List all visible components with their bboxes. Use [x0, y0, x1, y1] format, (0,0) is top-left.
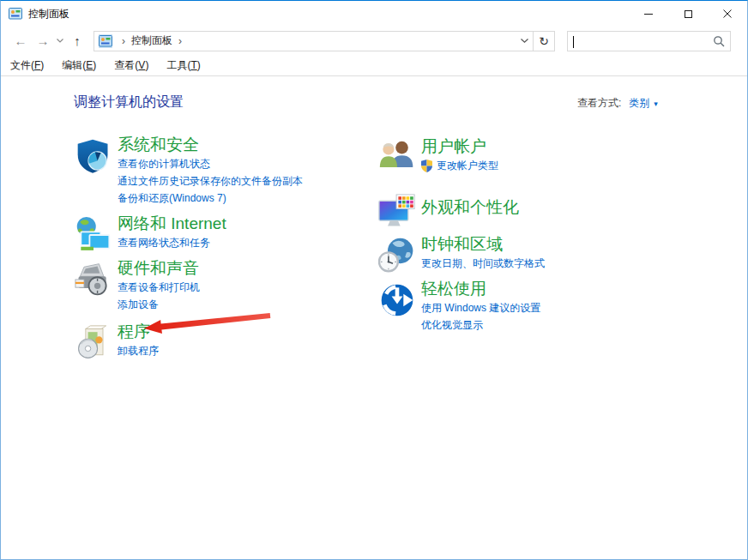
dropdown-arrow-icon[interactable]: ▾: [654, 99, 658, 108]
link-optimize-visual-display[interactable]: 优化视觉显示: [421, 316, 540, 334]
category-network-internet: 网络和 Internet 查看网络状态和任务: [75, 214, 226, 255]
refresh-button[interactable]: ↻: [533, 32, 554, 51]
close-icon: [723, 9, 732, 18]
link-file-history-backup[interactable]: 通过文件历史记录保存你的文件备份副本: [118, 172, 303, 190]
ease-of-access-icon[interactable]: [378, 280, 416, 320]
category-title-appearance[interactable]: 外观和个性化: [421, 197, 519, 218]
chevron-down-icon: [521, 39, 528, 43]
category-user-accounts: 用户帐户 更改帐户类型: [378, 136, 498, 178]
recent-pages-button[interactable]: [54, 39, 66, 43]
view-by-dropdown[interactable]: 类别: [629, 96, 649, 111]
back-button[interactable]: ←: [9, 33, 32, 48]
category-title-system-security[interactable]: 系统和安全: [118, 135, 303, 155]
search-icon: [713, 35, 725, 47]
link-uninstall-program[interactable]: 卸载程序: [118, 342, 159, 359]
appearance-personalization-icon[interactable]: [378, 193, 416, 232]
control-panel-window: 控制面板 ← → ↑: [0, 0, 748, 560]
menu-view[interactable]: 查看(V): [114, 58, 148, 73]
security-shield-icon[interactable]: [75, 136, 112, 176]
menu-bar: 文件(F) 编辑(E) 查看(V) 工具(T): [1, 55, 747, 76]
category-clock-region: 时钟和区域 更改日期、时间或数字格式: [378, 234, 545, 275]
category-title-user-accounts[interactable]: 用户帐户: [421, 136, 498, 157]
control-panel-icon: [9, 7, 22, 21]
link-view-computer-status[interactable]: 查看你的计算机状态: [118, 155, 303, 172]
category-title-ease-of-access[interactable]: 轻松使用: [421, 279, 540, 299]
category-title-clock-region[interactable]: 时钟和区域: [421, 234, 545, 255]
link-change-date-time-format[interactable]: 更改日期、时间或数字格式: [421, 255, 545, 272]
search-button[interactable]: [708, 35, 730, 47]
address-bar[interactable]: › 控制面板 › ↻: [94, 31, 555, 51]
user-accounts-icon[interactable]: [378, 138, 416, 178]
link-suggested-settings[interactable]: 使用 Windows 建议的设置: [421, 299, 540, 316]
title-bar: 控制面板: [1, 1, 747, 27]
view-by-label: 查看方式:: [577, 96, 621, 111]
window-title: 控制面板: [28, 7, 69, 21]
menu-tools[interactable]: 工具(T): [166, 58, 200, 73]
breadcrumb: › 控制面板 ›: [94, 32, 516, 51]
menu-edit[interactable]: 编辑(E): [62, 58, 96, 73]
category-title-hardware-sound[interactable]: 硬件和声音: [118, 258, 200, 279]
network-internet-icon[interactable]: [75, 215, 112, 255]
uac-shield-icon: [421, 160, 432, 172]
breadcrumb-separator-icon[interactable]: ›: [122, 35, 125, 47]
category-title-network-internet[interactable]: 网络和 Internet: [118, 214, 226, 234]
close-button[interactable]: [708, 1, 747, 27]
control-panel-icon: [99, 34, 112, 48]
maximize-button[interactable]: [668, 1, 708, 27]
menu-file[interactable]: 文件(F): [10, 58, 44, 73]
page-title: 调整计算机的设置: [74, 93, 184, 111]
search-box: [567, 31, 731, 51]
hardware-sound-icon[interactable]: [75, 260, 112, 299]
category-hardware-sound: 硬件和声音 查看设备和打印机 添加设备: [75, 258, 200, 313]
category-ease-of-access: 轻松使用 使用 Windows 建议的设置 优化视觉显示: [378, 279, 540, 334]
view-by-control: 查看方式: 类别 ▾: [577, 96, 658, 111]
maximize-icon: [685, 10, 692, 18]
forward-button[interactable]: →: [32, 33, 54, 48]
link-change-account-type[interactable]: 更改帐户类型: [421, 157, 498, 174]
address-dropdown-button[interactable]: [516, 32, 533, 51]
programs-icon[interactable]: [75, 323, 112, 363]
up-button[interactable]: ↑: [66, 33, 88, 48]
main-content: 调整计算机的设置 查看方式: 类别 ▾ 系统和安全 查看你的计: [1, 77, 747, 559]
breadcrumb-item-control-panel[interactable]: 控制面板: [131, 33, 172, 48]
minimize-icon: [644, 14, 653, 15]
minimize-button[interactable]: [629, 1, 668, 27]
navigation-bar: ← → ↑ › 控制面板 ›: [1, 27, 747, 55]
chevron-down-icon: [57, 39, 63, 43]
text-cursor: [573, 36, 574, 48]
link-backup-restore-win7[interactable]: 备份和还原(Windows 7): [118, 190, 303, 207]
search-input[interactable]: [568, 32, 708, 51]
link-add-device[interactable]: 添加设备: [118, 296, 200, 313]
category-appearance-personalization: 外观和个性化: [378, 191, 519, 232]
link-view-network-status[interactable]: 查看网络状态和任务: [118, 234, 226, 251]
breadcrumb-separator-icon[interactable]: ›: [178, 35, 182, 47]
link-view-devices-printers[interactable]: 查看设备和打印机: [118, 279, 200, 296]
window-controls: [629, 1, 747, 27]
category-system-security: 系统和安全 查看你的计算机状态 通过文件历史记录保存你的文件备份副本 备份和还原…: [75, 135, 303, 207]
category-programs: 程序 卸载程序: [75, 322, 159, 363]
clock-region-icon[interactable]: [378, 236, 416, 275]
category-title-programs[interactable]: 程序: [118, 322, 159, 342]
